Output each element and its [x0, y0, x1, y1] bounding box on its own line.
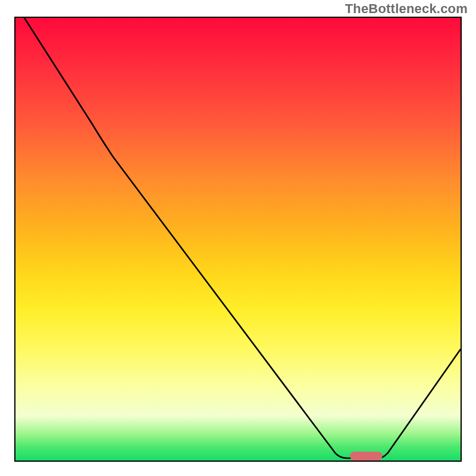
- bottleneck-chart: [14, 17, 462, 462]
- optimal-marker: [350, 452, 383, 461]
- watermark-text: TheBottleneck.com: [345, 1, 468, 17]
- bottleneck-curve: [15, 18, 461, 461]
- bottleneck-curve-path: [24, 18, 461, 458]
